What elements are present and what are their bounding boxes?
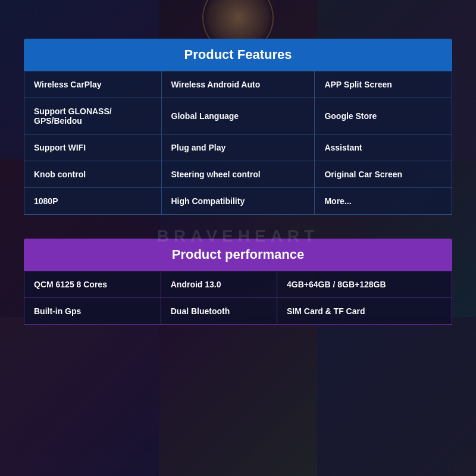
table-row: QCM 6125 8 CoresAndroid 13.04GB+64GB / 8… — [24, 271, 452, 298]
perf-cell-0-2: 4GB+64GB / 8GB+128GB — [277, 271, 452, 298]
feature-cell-2-0: Support WIFI — [24, 134, 162, 161]
feature-cell-0-0: Wireless CarPlay — [24, 71, 162, 98]
performance-title: Product performance — [172, 247, 305, 262]
table-row: Support WIFIPlug and PlayAssistant — [24, 134, 452, 161]
feature-cell-3-0: Knob control — [24, 161, 162, 188]
table-row: 1080PHigh CompatibilityMore... — [24, 188, 452, 215]
feature-cell-2-1: Plug and Play — [161, 134, 315, 161]
product-features-section: Product Features Wireless CarPlayWireles… — [24, 39, 452, 215]
table-row: Wireless CarPlayWireless Android AutoAPP… — [24, 71, 452, 98]
feature-cell-2-2: Assistant — [315, 134, 452, 161]
features-header: Product Features — [24, 39, 452, 71]
product-performance-section: Product performance QCM 6125 8 CoresAndr… — [24, 239, 452, 325]
table-row: Built-in GpsDual BluetoothSIM Card & TF … — [24, 298, 452, 325]
perf-cell-1-1: Dual Bluetooth — [161, 298, 277, 325]
braveheart-label: BRAVEHEART — [157, 227, 319, 246]
feature-cell-3-1: Steering wheel control — [161, 161, 315, 188]
feature-cell-1-0: Support GLONASS/ GPS/Beidou — [24, 98, 162, 134]
perf-cell-1-0: Built-in Gps — [24, 298, 161, 325]
perf-cell-1-2: SIM Card & TF Card — [277, 298, 452, 325]
perf-cell-0-1: Android 13.0 — [161, 271, 277, 298]
table-row: Support GLONASS/ GPS/BeidouGlobal Langua… — [24, 98, 452, 134]
feature-cell-1-1: Global Language — [161, 98, 315, 134]
feature-cell-0-1: Wireless Android Auto — [161, 71, 315, 98]
feature-cell-4-0: 1080P — [24, 188, 162, 215]
feature-cell-4-2: More... — [315, 188, 452, 215]
perf-cell-0-0: QCM 6125 8 Cores — [24, 271, 161, 298]
feature-cell-0-2: APP Split Screen — [315, 71, 452, 98]
features-table: Wireless CarPlayWireless Android AutoAPP… — [24, 71, 452, 215]
table-row: Knob controlSteering wheel controlOrigin… — [24, 161, 452, 188]
performance-table: QCM 6125 8 CoresAndroid 13.04GB+64GB / 8… — [24, 271, 452, 325]
feature-cell-1-2: Google Store — [315, 98, 452, 134]
feature-cell-3-2: Original Car Screen — [315, 161, 452, 188]
features-title: Product Features — [184, 47, 292, 62]
feature-cell-4-1: High Compatibility — [161, 188, 315, 215]
